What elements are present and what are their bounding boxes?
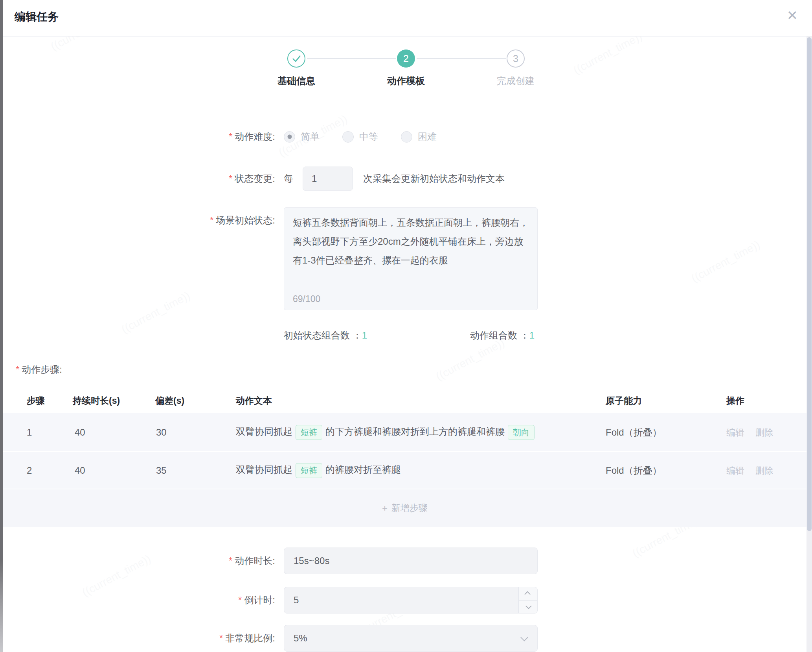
difficulty-radio-group: 简单 中等 困难 bbox=[284, 130, 459, 143]
cell-deviation: 30 bbox=[156, 427, 167, 438]
state-change-row: *状态变更: 每 次采集会更新初始状态和动作文本 bbox=[0, 167, 812, 191]
step-3-number: 3 bbox=[513, 53, 518, 64]
required-mark: * bbox=[238, 595, 242, 605]
initial-combo-count: 初始状态组合数 ：1 bbox=[284, 329, 367, 342]
required-mark: * bbox=[229, 131, 232, 142]
cell-step: 2 bbox=[27, 465, 32, 476]
action-steps-label: *动作步骤: bbox=[16, 363, 62, 376]
cell-action-text: 双臂协同抓起短裤的下方裤腿和裤腰对折到上方的裤腿和裤腰朝向 bbox=[236, 425, 538, 440]
radio-label: 简单 bbox=[301, 130, 320, 143]
difficulty-label: *动作难度: bbox=[0, 130, 275, 143]
state-change-input[interactable] bbox=[303, 167, 353, 191]
watermark-text: ((current_time)) bbox=[571, 30, 644, 77]
cell-duration: 40 bbox=[75, 465, 85, 476]
table-row: 1 40 30 双臂协同抓起短裤的下方裤腿和裤腰对折到上方的裤腿和裤腰朝向 Fo… bbox=[3, 413, 807, 452]
table-header-row: 步骤 持续时长(s) 偏差(s) 动作文本 原子能力 操作 bbox=[3, 388, 807, 413]
unusual-ratio-row: *非常规比例: bbox=[0, 625, 812, 651]
initial-state-label: *场景初始状态: bbox=[0, 214, 275, 227]
duration-input-wrap bbox=[284, 548, 538, 574]
watermark-text: ((current_time)) bbox=[119, 289, 192, 336]
step-2-circle: 2 bbox=[397, 49, 415, 68]
action-combo-value: 1 bbox=[529, 330, 535, 341]
countdown-input-wrap bbox=[284, 587, 538, 614]
edit-task-dialog: ((current_time)) ((current_time)) ((curr… bbox=[0, 0, 812, 652]
radio-hard[interactable]: 困难 bbox=[401, 130, 437, 143]
edit-link[interactable]: 编辑 bbox=[726, 427, 744, 437]
radio-simple[interactable]: 简单 bbox=[284, 130, 320, 143]
col-text: 动作文本 bbox=[236, 395, 272, 407]
cell-actions: 编辑删除 bbox=[726, 426, 784, 438]
step-2-label: 动作模板 bbox=[387, 75, 425, 87]
initial-state-value: 短裤五条数据背面朝上，五条数据正面朝上，裤腰朝右，离头部视野下方至少20cm之外… bbox=[293, 213, 529, 270]
step-1-label: 基础信息 bbox=[277, 75, 315, 87]
cell-ability: Fold（折叠） bbox=[606, 464, 662, 477]
state-change-suffix: 次采集会更新初始状态和动作文本 bbox=[363, 172, 505, 185]
countdown-label: *倒计时: bbox=[0, 594, 275, 606]
step-2-number: 2 bbox=[403, 53, 409, 64]
add-step-button[interactable]: + 新增步骤 bbox=[3, 489, 807, 527]
countdown-input[interactable] bbox=[284, 595, 537, 606]
radio-circle[interactable] bbox=[401, 131, 412, 143]
stepper-line bbox=[307, 58, 396, 59]
duration-input[interactable] bbox=[284, 555, 537, 566]
orientation-tag: 朝向 bbox=[508, 425, 535, 440]
increment-button[interactable] bbox=[519, 587, 537, 601]
stepper-line bbox=[417, 58, 506, 59]
radio-label: 困难 bbox=[418, 130, 437, 143]
cell-ability: Fold（折叠） bbox=[606, 426, 662, 439]
initial-combo-value: 1 bbox=[362, 330, 367, 341]
radio-circle-checked[interactable] bbox=[284, 131, 295, 143]
required-mark: * bbox=[16, 364, 19, 375]
cell-deviation: 35 bbox=[156, 465, 167, 476]
action-steps-table: 步骤 持续时长(s) 偏差(s) 动作文本 原子能力 操作 1 40 30 双臂… bbox=[3, 388, 807, 527]
cell-step: 1 bbox=[27, 427, 32, 438]
number-stepper bbox=[518, 587, 537, 613]
col-deviation: 偏差(s) bbox=[155, 395, 184, 407]
required-mark: * bbox=[229, 173, 232, 184]
chevron-up-icon bbox=[524, 591, 531, 597]
watermark-text: ((current_time)) bbox=[434, 337, 507, 383]
cell-actions: 编辑删除 bbox=[726, 464, 784, 476]
unusual-ratio-label: *非常规比例: bbox=[0, 632, 275, 645]
initial-state-textarea[interactable]: 短裤五条数据背面朝上，五条数据正面朝上，裤腰朝右，离头部视野下方至少20cm之外… bbox=[284, 207, 538, 310]
col-ability: 原子能力 bbox=[606, 395, 642, 407]
radio-circle[interactable] bbox=[342, 131, 354, 143]
step-1-circle bbox=[287, 49, 305, 68]
cell-duration: 40 bbox=[75, 427, 85, 438]
scrollbar-thumb[interactable] bbox=[807, 37, 812, 531]
decrement-button[interactable] bbox=[519, 601, 537, 614]
delete-link[interactable]: 删除 bbox=[755, 427, 773, 437]
required-mark: * bbox=[219, 633, 223, 643]
countdown-row: *倒计时: bbox=[0, 587, 812, 614]
difficulty-row: *动作难度: 简单 中等 困难 bbox=[0, 128, 812, 145]
wizard-stepper: 2 3 基础信息 动作模板 完成创建 bbox=[287, 49, 525, 93]
radio-medium[interactable]: 中等 bbox=[342, 130, 378, 143]
cell-action-text: 双臂协同抓起短裤的裤腰对折至裤腿 bbox=[236, 463, 401, 478]
edit-link[interactable]: 编辑 bbox=[726, 465, 744, 475]
delete-link[interactable]: 删除 bbox=[755, 465, 773, 475]
check-icon bbox=[288, 49, 305, 68]
dialog-title: 编辑任务 bbox=[15, 9, 59, 24]
step-3-label: 完成创建 bbox=[497, 75, 535, 87]
unusual-ratio-select[interactable] bbox=[284, 625, 538, 652]
action-combo-count: 动作组合数 ：1 bbox=[470, 329, 535, 342]
dialog-header: 编辑任务 ✕ bbox=[3, 0, 812, 37]
required-mark: * bbox=[229, 555, 232, 566]
duration-label: *动作时长: bbox=[0, 555, 275, 567]
plus-icon: + bbox=[382, 503, 388, 514]
step-3-circle: 3 bbox=[507, 49, 525, 68]
unusual-ratio-value[interactable] bbox=[284, 633, 537, 644]
duration-row: *动作时长: bbox=[0, 548, 812, 574]
watermark-text: ((current_time)) bbox=[689, 238, 762, 285]
col-step: 步骤 bbox=[27, 395, 45, 407]
close-icon[interactable]: ✕ bbox=[787, 9, 798, 22]
table-row: 2 40 35 双臂协同抓起短裤的裤腰对折至裤腿 Fold（折叠） 编辑删除 bbox=[3, 452, 807, 489]
required-mark: * bbox=[210, 215, 213, 225]
object-tag: 短裤 bbox=[296, 463, 322, 478]
col-actions: 操作 bbox=[726, 395, 744, 407]
col-duration: 持续时长(s) bbox=[73, 395, 120, 407]
state-change-prefix: 每 bbox=[284, 172, 293, 185]
add-step-label: 新增步骤 bbox=[391, 502, 428, 514]
state-change-label: *状态变更: bbox=[0, 172, 275, 185]
scrollbar-track[interactable] bbox=[806, 37, 812, 652]
